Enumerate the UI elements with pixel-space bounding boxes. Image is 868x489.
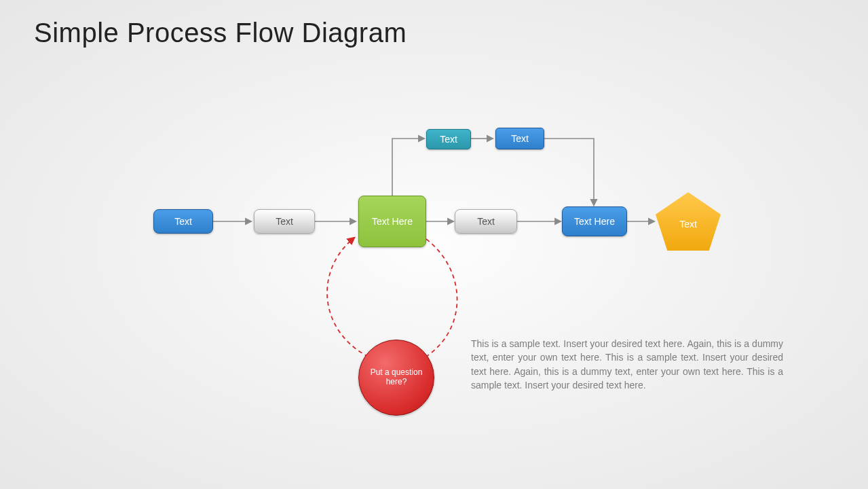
sample-body-text: This is a sample text. Insert your desir… bbox=[471, 337, 783, 392]
node-grey-1: Text bbox=[254, 209, 315, 234]
node-question-circle: Put a question here? bbox=[358, 340, 434, 416]
node-label: Put a question here? bbox=[364, 368, 428, 387]
node-label: Text bbox=[477, 216, 495, 227]
node-end-pentagon: Text bbox=[656, 192, 721, 251]
diagram-stage: Text Text Text Here Text Text Here Text … bbox=[0, 0, 868, 489]
node-label: Text Here bbox=[574, 216, 615, 227]
node-label: Text Here bbox=[372, 216, 413, 227]
node-top-blue: Text bbox=[495, 128, 544, 149]
node-green-center: Text Here bbox=[358, 196, 426, 247]
node-top-teal: Text bbox=[426, 129, 471, 149]
node-blue-2: Text Here bbox=[562, 206, 627, 236]
node-label: Text bbox=[656, 192, 721, 251]
node-grey-2: Text bbox=[455, 209, 517, 234]
node-label: Text bbox=[174, 216, 192, 227]
node-label: Text bbox=[511, 133, 529, 144]
connector-lines bbox=[0, 0, 868, 489]
node-label: Text bbox=[276, 216, 293, 227]
node-label: Text bbox=[440, 134, 457, 145]
node-start-blue: Text bbox=[153, 209, 213, 234]
